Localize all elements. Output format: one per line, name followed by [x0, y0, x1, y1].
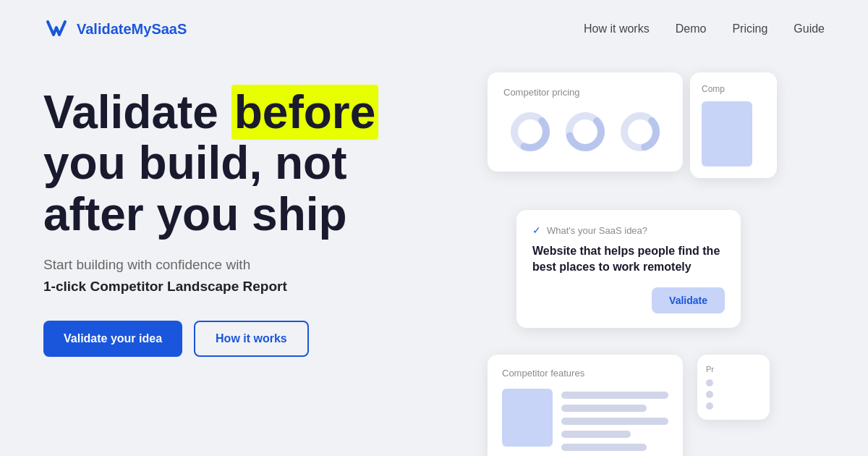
main-nav: How it works Demo Pricing Guide: [584, 22, 825, 35]
logo-text: ValidateMySaaS: [77, 21, 187, 38]
cta-row: Validate your idea How it works: [43, 321, 473, 357]
competitor-features-card: Competitor features: [488, 355, 683, 456]
feature-line-1: [561, 392, 668, 399]
hero-subtitle: Start building with confidence with: [43, 257, 473, 273]
hero-right: Competitor pricing: [473, 72, 825, 456]
partial-dot-row: [706, 379, 761, 410]
competitor-pricing-card: Competitor pricing: [488, 72, 683, 172]
hero-title: Validate before you build, not after you…: [43, 87, 473, 240]
nav-pricing[interactable]: Pricing: [732, 22, 767, 35]
validate-idea-button[interactable]: Validate your idea: [43, 321, 182, 357]
donut-chart-1: [508, 109, 553, 154]
donut-chart-3: [618, 109, 663, 154]
validate-small-button[interactable]: Validate: [652, 287, 725, 313]
title-line2: you build, not: [43, 137, 346, 189]
hero-subtitle-bold: 1-click Competitor Landscape Report: [43, 279, 473, 295]
logo-icon: [43, 16, 69, 42]
title-start: Validate: [43, 86, 231, 138]
nav-guide[interactable]: Guide: [793, 22, 825, 35]
how-it-works-button[interactable]: How it works: [194, 321, 309, 357]
idea-header-text: What's your SaaS idea?: [547, 225, 647, 236]
competitor-pricing-label: Competitor pricing: [503, 87, 667, 98]
hero-left: Validate before you build, not after you…: [43, 72, 473, 456]
feature-line-2: [561, 405, 647, 412]
feature-line-4: [561, 431, 631, 438]
feature-line-3: [561, 418, 668, 425]
features-text-lines: [561, 389, 668, 451]
features-body: [502, 389, 668, 451]
comp-rect-visual: [702, 101, 752, 166]
header: ValidateMySaaS How it works Demo Pricing…: [0, 0, 868, 58]
logo-area: ValidateMySaaS: [43, 16, 187, 42]
donut-chart-2: [563, 109, 608, 154]
partial-dot-3: [706, 402, 713, 410]
features-image: [502, 389, 553, 447]
idea-body-text: Website that helps people find the best …: [532, 243, 725, 276]
title-highlight: before: [231, 85, 379, 140]
competitor-features-label: Competitor features: [502, 368, 668, 379]
comp-partial-label: Comp: [702, 84, 765, 94]
nav-demo[interactable]: Demo: [676, 22, 707, 35]
partial-dot-1: [706, 379, 713, 387]
pr-partial-card: Pr: [697, 355, 770, 420]
donut-row: [503, 109, 667, 154]
title-line3: after you ship: [43, 188, 347, 240]
partial-dot-2: [706, 391, 713, 398]
pr-partial-label: Pr: [706, 365, 761, 373]
validate-saas-icon: ✓: [532, 224, 541, 236]
feature-line-5: [561, 444, 647, 451]
idea-card-header: ✓ What's your SaaS idea?: [532, 224, 725, 236]
main-content: Validate before you build, not after you…: [0, 58, 868, 456]
comp-partial-card: Comp: [690, 72, 777, 178]
saas-idea-card: ✓ What's your SaaS idea? Website that he…: [516, 210, 741, 328]
nav-how-it-works[interactable]: How it works: [584, 22, 650, 35]
